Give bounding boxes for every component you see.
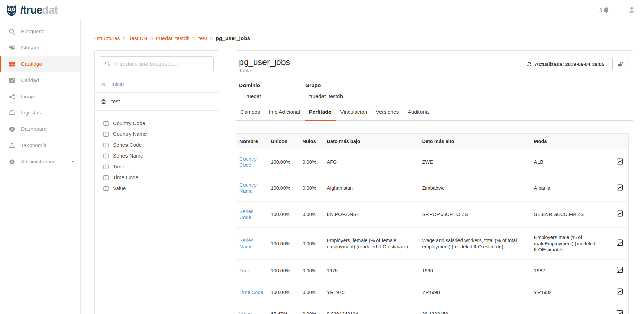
sidebar-item-calidad[interactable]: Calidad [0, 72, 80, 88]
breadcrumb-separator: > [150, 36, 153, 41]
updated-label: Actualizada: 2019-06-04 18:05 [535, 62, 604, 67]
tree-column-item-country-code[interactable]: Country Code [95, 118, 219, 129]
profile-table-head: NombreÚnicosNulosDato más bajoDato más a… [236, 134, 629, 149]
column-header-dato-mas-bajo: Dato más bajo [324, 134, 419, 149]
main-sidebar: Búsqueda Glosario Catálogo Calidad Linaj… [0, 20, 81, 314]
sidebar-item-busqueda[interactable]: Búsqueda [0, 23, 80, 40]
chart-line-icon[interactable] [617, 184, 623, 191]
profile-table: NombreÚnicosNulosDato más bajoDato más a… [236, 133, 629, 314]
cell-high: 1990 [419, 260, 531, 281]
table-row-time: Time 100.00% 0.00% 1975 1990 1982 [236, 260, 629, 281]
logo-brand-primary: true [23, 4, 42, 16]
tree-column-item-country-name[interactable]: Country Name [95, 129, 219, 140]
breadcrumb-separator: > [210, 36, 213, 41]
breadcrumb-link[interactable]: test [198, 35, 207, 41]
tab-vinculacion[interactable]: Vinculación [336, 109, 371, 121]
table-row-country-code: Country Code 100.00% 0.00% AFG ZWE ALB [236, 149, 629, 175]
tab-perfilado[interactable]: Perfilado [305, 109, 336, 121]
tree-search-input[interactable] [114, 61, 209, 67]
table-row-value: Value 67.47% 0.00% 9.0304343124 89.12324… [236, 303, 629, 314]
breadcrumb-current: pg_user_jobs [216, 35, 250, 41]
sidebar-item-catalogo[interactable]: Catálogo [0, 56, 80, 72]
column-link[interactable]: Time Code [239, 290, 263, 295]
sidebar-item-administracion[interactable]: Administración [0, 153, 80, 170]
meta-domain-label: Dominio [239, 82, 300, 88]
share-icon [8, 93, 15, 100]
tree-column-item-value[interactable]: Value [95, 183, 219, 194]
tree-back-button[interactable]: Inicio [95, 76, 219, 93]
tab-info-adicional[interactable]: Info Adicional [265, 109, 305, 121]
chart-line-icon[interactable] [617, 310, 623, 314]
user-icon [628, 6, 635, 13]
meta-section: Dominio Truedat Grupo truedat_testdb [239, 82, 633, 101]
column-header-moda: Moda [531, 134, 611, 149]
cell-mode: Albania [531, 175, 611, 201]
cell-nulls: 0.00% [299, 175, 324, 201]
tab-versiones[interactable]: Versiones [371, 109, 403, 121]
cell-low: AFG [324, 149, 419, 175]
cell-unique: 100.00% [268, 149, 299, 175]
table-row-series-code: Series Code 100.00% 0.00% EN.POP.DNST SP… [236, 201, 629, 227]
logo-brand-secondary: dat [42, 4, 57, 16]
tab-auditoria[interactable]: Auditoría [403, 109, 433, 121]
column-link[interactable]: Country Name [239, 182, 257, 194]
cell-mode: - [531, 303, 611, 314]
breadcrumb-link[interactable]: Test DB [129, 35, 147, 41]
chart-line-icon[interactable] [617, 267, 623, 273]
tree-back-label: Inicio [111, 81, 124, 87]
double-chevron-left-icon [101, 82, 106, 87]
cell-unique: 100.00% [268, 260, 299, 281]
column-link[interactable]: Country Code [239, 156, 257, 168]
tree-column-item-time[interactable]: Time [95, 161, 219, 172]
cell-high: ZWE [419, 149, 531, 175]
chart-line-icon[interactable] [617, 288, 623, 295]
cell-nulls: 0.00% [299, 303, 324, 314]
chart-line-icon[interactable] [617, 210, 623, 217]
refresh-icon [527, 62, 532, 67]
table-row-country-name: Country Name 100.00% 0.00% Afghanistan Z… [236, 175, 629, 201]
cell-mode: SE.ENR.SECO.FM.ZS [531, 201, 611, 227]
tree-column-item-series-name[interactable]: Series Name [95, 150, 219, 161]
column-link[interactable]: Time [239, 268, 250, 273]
tree-root-item[interactable]: test [95, 93, 219, 111]
meta-group-value: truedat_testdb [305, 93, 343, 99]
tree-column-item-time-code[interactable]: Time Code [95, 172, 219, 183]
app-logo[interactable]: /truedat [5, 3, 57, 17]
cell-nulls: 0.00% [299, 227, 324, 259]
sidebar-item-glosario[interactable]: Glosario [0, 40, 80, 56]
chart-line-icon[interactable] [617, 239, 623, 246]
tab-campos[interactable]: Campos [236, 109, 265, 121]
column-link[interactable]: Value [239, 311, 252, 314]
columns-icon [103, 186, 109, 191]
gear-icon [8, 159, 15, 165]
topbar: /truedat 3 [0, 0, 644, 20]
cell-unique: 100.00% [268, 175, 299, 201]
breadcrumb-link[interactable]: Estructuras [93, 35, 120, 41]
table-row-series-name: Series Name 100.00% 0.00% Employers, fem… [236, 227, 629, 259]
cell-unique: 100.00% [268, 201, 299, 227]
sidebar-item-taxonomia[interactable]: Taxonomía [0, 137, 80, 153]
cell-mode: 1982 [531, 260, 611, 281]
notifications-button[interactable]: 3 [599, 7, 609, 13]
sidebar-item-ingestas[interactable]: Ingestas [0, 105, 80, 121]
chart-line-icon[interactable] [617, 158, 623, 165]
column-link[interactable]: Series Code [239, 209, 253, 220]
cell-nulls: 0.00% [299, 281, 324, 303]
cell-low: Afghanistan [324, 175, 419, 201]
sidebar-item-dashboard[interactable]: Dashboard [0, 121, 80, 137]
notification-count: 3 [599, 7, 602, 13]
user-menu-button[interactable] [628, 6, 635, 13]
column-link[interactable]: Series Name [239, 238, 253, 249]
column-header-unicos: Únicos [268, 134, 299, 149]
cell-mode: Employers male (% of maleEmployment) (mo… [531, 227, 611, 259]
breadcrumb-link[interactable]: truedat_testdb [156, 35, 190, 41]
tree-columns-list: Country Code Country Name Series Code Se… [95, 111, 219, 201]
unlock-icon [618, 61, 623, 67]
tree-column-item-series-code[interactable]: Series Code [95, 140, 219, 150]
breadcrumb-separator: > [123, 36, 125, 41]
sidebar-item-linaje[interactable]: Linaje [0, 88, 80, 105]
cell-mode: YR1982 [531, 281, 611, 303]
updated-button[interactable]: Actualizada: 2019-06-04 18:05 [522, 58, 609, 70]
column-header-actions [611, 134, 629, 149]
lock-button[interactable] [612, 58, 628, 70]
